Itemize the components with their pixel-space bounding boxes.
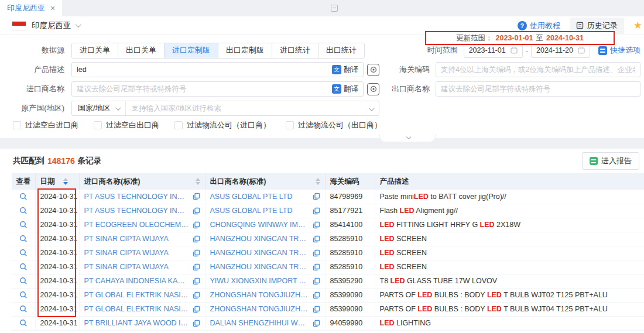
col-exporter[interactable]: 出口商名称(标准)	[205, 173, 325, 190]
view-record-button[interactable]	[19, 291, 28, 299]
datasource-tab[interactable]: 进口关单	[72, 43, 118, 58]
sort-icon[interactable]	[63, 178, 68, 185]
time-range-label: 时间范围	[407, 45, 458, 56]
importer-link[interactable]: PT SINAR CIPTA WIJAYA	[84, 235, 189, 243]
importer-link[interactable]: PT ASUS TECHNOLOGY INDONESIA BA...	[84, 193, 189, 201]
chevron-down-icon[interactable]	[369, 105, 375, 111]
translate-button[interactable]: 文 翻译	[332, 84, 358, 94]
collapse-panel-handle[interactable]	[379, 134, 436, 142]
exporter-link[interactable]: ASUS GLOBAL PTE LTD	[210, 207, 309, 215]
datasource-tab[interactable]: 进口统计	[272, 43, 318, 58]
filter-checkbox[interactable]: 过滤物流公司（出口商）	[286, 120, 382, 131]
copy-exporter-icon[interactable]	[313, 320, 320, 327]
importer-link[interactable]: PT GLOBAL ELEKTRIK NASIONAL	[84, 305, 189, 313]
view-record-button[interactable]	[19, 305, 28, 313]
copy-importer-icon[interactable]	[193, 291, 200, 299]
exporter-link[interactable]: ASUS GLOBAL PTE LTD	[210, 193, 309, 201]
datasource-tab[interactable]: 出口关单	[118, 43, 164, 58]
close-icon[interactable]: ×	[50, 4, 55, 12]
copy-exporter-icon[interactable]	[313, 207, 320, 215]
quick-options-link[interactable]: 快捷选项	[598, 45, 640, 56]
favorite-star-icon[interactable]: ★	[633, 19, 642, 32]
importer-link[interactable]: PT CAHAYA INDONESIA KARGO	[84, 277, 189, 285]
copy-importer-icon[interactable]	[193, 207, 200, 215]
exporter-link[interactable]: CHONGQING WINWAY IMPORT AND E...	[210, 221, 309, 229]
filter-checkbox[interactable]: 过滤物流公司（进口商）	[174, 120, 270, 131]
filter-checkbox[interactable]: 过滤空白进口商	[13, 120, 78, 131]
copy-exporter-icon[interactable]	[313, 221, 320, 229]
copy-importer-icon[interactable]	[193, 221, 200, 229]
product-desc-cell: LED SCREEN	[375, 232, 644, 246]
match-mode-button[interactable]	[367, 83, 379, 95]
match-count-prefix: 共匹配到	[13, 156, 44, 166]
exporter-link[interactable]: DALIAN SHENGZHIHUI WOOD INDUST...	[210, 319, 309, 327]
layout-icon[interactable]	[331, 5, 338, 12]
col-date[interactable]: 日期	[35, 173, 79, 190]
checkbox[interactable]	[286, 121, 294, 129]
checkbox[interactable]	[174, 121, 183, 129]
report-icon	[590, 157, 598, 165]
view-record-button[interactable]	[19, 249, 28, 257]
filter-checkbox[interactable]: 过滤空白出口商	[94, 120, 159, 131]
copy-importer-icon[interactable]	[193, 235, 200, 243]
match-mode-button[interactable]	[367, 64, 379, 76]
sort-icon[interactable]	[196, 178, 200, 185]
view-record-button[interactable]	[19, 263, 28, 271]
update-range-to: 2024-10-31	[546, 34, 584, 42]
hs-code-cell: 85399090	[325, 288, 375, 302]
copy-exporter-icon[interactable]	[313, 305, 320, 313]
copy-importer-icon[interactable]	[193, 320, 200, 327]
datasource-tabs: 进口关单出口关单进口定制版出口定制版进口统计出口统计	[71, 43, 365, 59]
exporter-link[interactable]: HANGZHOU XINGCAN TRADING CO LTD	[210, 249, 309, 257]
datasource-tab[interactable]: 进口定制版	[164, 43, 218, 58]
copy-importer-icon[interactable]	[193, 263, 200, 271]
copy-exporter-icon[interactable]	[313, 249, 320, 257]
importer-link[interactable]: PT SINAR CIPTA WIJAYA	[84, 263, 189, 271]
copy-exporter-icon[interactable]	[313, 193, 320, 200]
copy-exporter-icon[interactable]	[313, 291, 320, 299]
col-product: 产品描述	[375, 173, 644, 190]
importer-input[interactable]	[77, 85, 332, 93]
copy-importer-icon[interactable]	[193, 277, 200, 285]
view-record-button[interactable]	[19, 221, 28, 229]
view-record-button[interactable]	[19, 235, 28, 243]
col-importer[interactable]: 进口商名称(标准)	[79, 173, 205, 190]
copy-importer-icon[interactable]	[193, 305, 200, 313]
hs-code-cell: 85285910	[325, 232, 375, 246]
view-record-button[interactable]	[19, 193, 28, 201]
copy-importer-icon[interactable]	[193, 193, 200, 200]
copy-exporter-icon[interactable]	[313, 263, 320, 271]
exporter-link[interactable]: HANGZHOU XINGCAN TRADING CO LTD	[210, 235, 309, 243]
view-record-button[interactable]	[19, 319, 28, 327]
view-record-button[interactable]	[19, 207, 28, 215]
chevron-down-icon[interactable]	[75, 22, 81, 28]
tab-indonesia[interactable]: 印度尼西亚 ×	[0, 0, 62, 16]
origin-type-select[interactable]: 国家/地区	[72, 101, 126, 115]
datasource-tab[interactable]: 出口统计	[318, 43, 364, 58]
sort-icon[interactable]	[316, 178, 320, 185]
checkbox[interactable]	[94, 121, 102, 129]
checkbox[interactable]	[13, 121, 21, 129]
origin-search-input[interactable]: 支持输入国家/地区进行检索	[126, 104, 363, 114]
tutorial-link[interactable]: ? 使用教程	[518, 20, 560, 31]
exporter-link[interactable]: ZHONGSHAN TONGJIUZHOU INTERNA...	[210, 305, 309, 313]
exporter-link[interactable]: YIWU XIONGXIN IMPORT AND EXPORT...	[210, 277, 309, 285]
exporter-input[interactable]	[441, 85, 635, 93]
exporter-link[interactable]: HANGZHOU XINGCAN TRADING CO LTD	[210, 263, 309, 271]
importer-link[interactable]: PT ASUS TECHNOLOGY INDONESIA BA...	[84, 207, 189, 215]
copy-exporter-icon[interactable]	[313, 277, 320, 285]
enter-report-button[interactable]: 进入报告	[582, 152, 639, 170]
copy-exporter-icon[interactable]	[313, 235, 320, 243]
exporter-link[interactable]: ZHONGSHAN TONGJIUZHOU INTERNA...	[210, 291, 309, 299]
hs-code-input[interactable]	[441, 66, 635, 74]
hs-code-cell: 85399090	[325, 302, 375, 316]
importer-link[interactable]: PT GLOBAL ELEKTRIK NASIONAL	[84, 291, 189, 299]
importer-link[interactable]: PT SINAR CIPTA WIJAYA	[84, 249, 189, 257]
datasource-tab[interactable]: 出口定制版	[218, 43, 272, 58]
product-desc-input[interactable]	[77, 66, 332, 74]
importer-link[interactable]: PT BRILLIANT JAYA WOOD INDUSTRY	[84, 319, 189, 327]
translate-button[interactable]: 文 翻译	[332, 65, 358, 75]
view-record-button[interactable]	[19, 277, 28, 285]
importer-link[interactable]: PT ECOGREEN OLEOCHEMICALS	[84, 221, 189, 229]
copy-importer-icon[interactable]	[193, 249, 200, 257]
